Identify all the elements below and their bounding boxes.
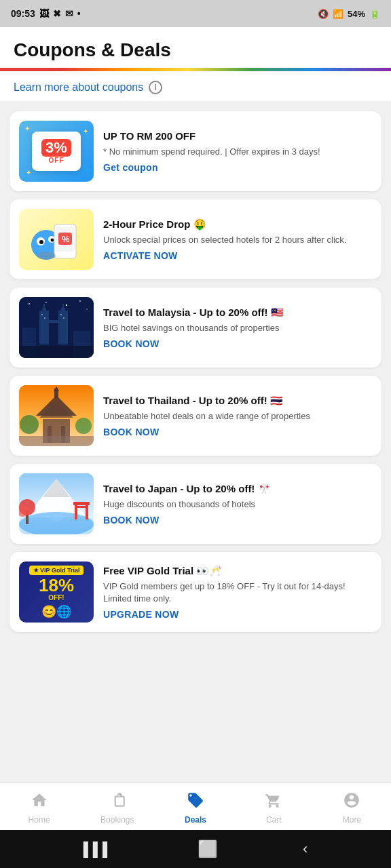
deal-card-japan[interactable]: Travel to Japan - Up to 20% off! 🎌 Huge … [10, 464, 381, 544]
vip-percent-label: 18% [39, 576, 74, 594]
battery-text: 54% [348, 9, 365, 19]
svg-text:%: % [62, 234, 70, 244]
vip-emoji-deco: 😊🌐 [41, 604, 71, 619]
star-deco-3: ✦ [26, 169, 31, 176]
back-button[interactable]: ‹ [303, 840, 308, 858]
deal-desc-malaysia: BIG hotel savings on thousands of proper… [103, 322, 372, 334]
nav-item-cart[interactable]: Cart [235, 791, 313, 825]
deal-content-malaysia: Travel to Malaysia - Up to 20% off! 🇲🇾 B… [103, 306, 372, 350]
learn-more-link[interactable]: Learn more about coupons [14, 81, 143, 94]
deal-card-malaysia[interactable]: Travel to Malaysia - Up to 20% off! 🇲🇾 B… [10, 288, 381, 368]
nav-label-deals: Deals [185, 815, 206, 825]
bottom-navigation: Home Bookings Deals Cart More [0, 783, 391, 830]
status-bar: 09:53 🖼 ✖ ✉ • 🔇 📶 54% 🔋 [0, 0, 391, 27]
deal-content-japan: Travel to Japan - Up to 20% off! 🎌 Huge … [103, 482, 372, 526]
gesture-bar: ▌▌▌ ⬜ ‹ [0, 830, 391, 868]
price-drop-svg: % [26, 212, 87, 267]
coupon-ticket: 3% OFF [32, 132, 81, 171]
svg-point-15 [86, 309, 88, 310]
deal-title-thailand: Travel to Thailand - Up to 20% off! 🇹🇭 [103, 394, 372, 408]
location-icon: ✖ [53, 8, 61, 19]
mail-icon: ✉ [65, 8, 73, 19]
deals-icon [187, 791, 204, 813]
svg-point-39 [20, 415, 39, 434]
cart-icon [265, 791, 282, 813]
status-time: 09:53 [11, 8, 35, 19]
nav-item-more[interactable]: More [313, 791, 391, 825]
deal-content-vip-gold: Free VIP Gold Trial 👀🥂 VIP Gold members … [103, 564, 372, 620]
svg-rect-16 [39, 311, 49, 344]
deal-cta-price-drop[interactable]: ACTIVATE NOW [103, 250, 372, 261]
deal-image-thailand [19, 385, 94, 446]
svg-rect-28 [60, 314, 62, 315]
svg-point-3 [39, 240, 43, 244]
star-deco-2: ✦ [83, 127, 88, 135]
deal-content-coupon-rm200: UP TO RM 200 OFF * No minimum spend requ… [103, 130, 372, 174]
star-deco-1: ✦ [24, 125, 30, 132]
deal-image-malaysia [19, 297, 94, 358]
nav-label-home: Home [29, 815, 50, 825]
svg-point-11 [29, 303, 30, 304]
nav-label-bookings: Bookings [100, 815, 134, 825]
deal-desc-thailand: Unbeatable hotel deals on a wide range o… [103, 410, 372, 422]
deal-cta-coupon-rm200[interactable]: Get coupon [103, 162, 372, 173]
learn-more-section[interactable]: Learn more about coupons i [0, 71, 391, 102]
deal-cta-vip-gold[interactable]: UPGRADE NOW [103, 609, 372, 620]
nav-label-cart: Cart [266, 815, 282, 825]
deal-card-price-drop[interactable]: % 2-Hour Price Drop 🤑 Unlock special pri… [10, 199, 381, 279]
thailand-svg [19, 385, 94, 446]
home-icon [31, 791, 48, 813]
svg-rect-22 [49, 320, 58, 323]
deal-title-japan: Travel to Japan - Up to 20% off! 🎌 [103, 482, 372, 496]
recent-apps-button[interactable]: ▌▌▌ [83, 842, 113, 857]
deal-cta-japan[interactable]: BOOK NOW [103, 515, 372, 526]
svg-point-40 [75, 418, 92, 434]
malaysia-svg [19, 297, 94, 358]
svg-rect-27 [44, 317, 45, 319]
deal-content-thailand: Travel to Thailand - Up to 20% off! 🇹🇭 U… [103, 394, 372, 438]
wifi-icon: 📶 [333, 9, 343, 19]
nav-item-home[interactable]: Home [0, 791, 78, 825]
japan-svg [19, 473, 94, 534]
deal-cta-thailand[interactable]: BOOK NOW [103, 427, 372, 437]
svg-rect-19 [58, 311, 68, 344]
deal-card-thailand[interactable]: Travel to Thailand - Up to 20% off! 🇹🇭 U… [10, 376, 381, 456]
deal-image-japan [19, 473, 94, 534]
deal-title-vip-gold: Free VIP Gold Trial 👀🥂 [103, 564, 372, 578]
nav-label-more: More [343, 815, 361, 825]
svg-rect-18 [43, 304, 45, 309]
vip-off-label: OFF! [48, 594, 64, 601]
deal-content-price-drop: 2-Hour Price Drop 🤑 Unlock special price… [103, 218, 372, 262]
battery-icon: 🔋 [369, 9, 380, 19]
svg-point-9 [37, 252, 56, 260]
vip-badge-label: ★ VIP Gold Trial [29, 566, 84, 575]
deal-desc-coupon-rm200: * No minimum spend required. | Offer exp… [103, 146, 372, 158]
svg-point-4 [51, 239, 54, 242]
svg-rect-51 [73, 502, 90, 505]
deal-card-vip-gold[interactable]: ★ VIP Gold Trial 18% OFF! 😊🌐 Free VIP Go… [10, 552, 381, 632]
coupon-badge: 3% [41, 139, 71, 157]
deal-image-coupon: ✦ ✦ ✦ 3% OFF [19, 121, 94, 182]
page-title: Coupons & Deals [14, 39, 171, 60]
deal-title-coupon-rm200: UP TO RM 200 OFF [103, 130, 372, 143]
deal-card-coupon-rm200[interactable]: ✦ ✦ ✦ 3% OFF UP TO RM 200 OFF * No minim… [10, 111, 381, 191]
nav-item-deals[interactable]: Deals [156, 791, 234, 825]
home-button[interactable]: ⬜ [198, 840, 218, 859]
coupon-off-label: OFF [49, 157, 64, 164]
deal-title-price-drop: 2-Hour Price Drop 🤑 [103, 218, 372, 231]
dot-icon: • [77, 8, 81, 19]
deal-cta-malaysia[interactable]: BOOK NOW [103, 338, 372, 349]
deal-image-price-drop: % [19, 209, 94, 270]
deal-desc-vip-gold: VIP Gold members get up to 18% OFF - Try… [103, 580, 372, 605]
deal-desc-japan: Huge discounts on thousands of hotels [103, 498, 372, 511]
mute-icon: 🔇 [318, 9, 329, 19]
deals-list: ✦ ✦ ✦ 3% OFF UP TO RM 200 OFF * No minim… [0, 102, 391, 783]
svg-rect-21 [62, 304, 64, 309]
svg-rect-38 [19, 436, 94, 446]
gallery-icon: 🖼 [39, 8, 49, 19]
page-header: Coupons & Deals [0, 27, 391, 68]
info-icon[interactable]: i [149, 81, 162, 94]
svg-rect-26 [41, 314, 43, 315]
nav-item-bookings[interactable]: Bookings [78, 791, 156, 825]
svg-rect-29 [63, 317, 64, 319]
